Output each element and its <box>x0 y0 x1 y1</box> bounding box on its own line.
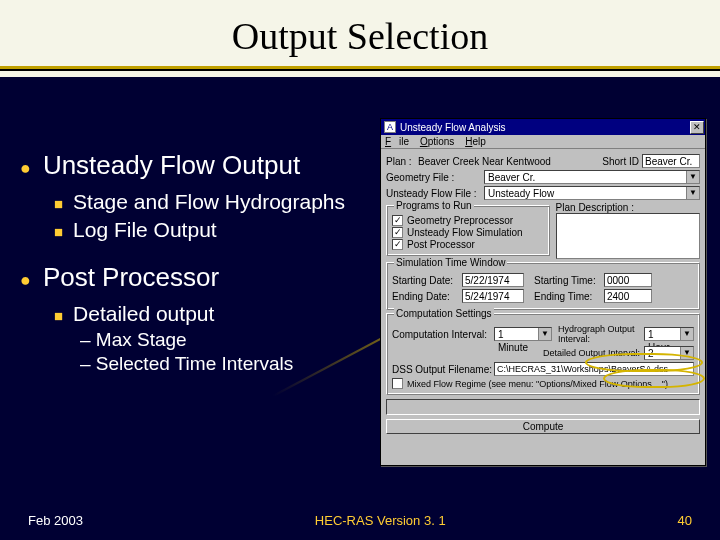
end-date-input[interactable]: 5/24/1974 <box>462 289 524 303</box>
close-button[interactable]: ✕ <box>690 121 704 134</box>
subbullet-stage: ■ Stage and Flow Hydrographs <box>54 189 370 215</box>
flowfile-dropdown[interactable]: Unsteady Flow ▼ <box>484 186 700 200</box>
bullet-text: Detailed output <box>73 301 214 327</box>
end-time-input[interactable]: 2400 <box>604 289 652 303</box>
checkbox-geometry-preprocessor[interactable]: ✓Geometry Preprocessor <box>392 215 544 226</box>
chevron-down-icon[interactable]: ▼ <box>680 328 693 340</box>
time-window-group: Simulation Time Window Starting Date: 5/… <box>386 262 700 310</box>
compute-button[interactable]: Compute <box>386 419 700 434</box>
menu-options[interactable]: Options <box>420 136 454 147</box>
start-date-input[interactable]: 5/22/1974 <box>462 273 524 287</box>
menu-bar: File Options Help <box>381 135 705 149</box>
footer-date: Feb 2003 <box>28 513 83 528</box>
subsub-intervals: – Selected Time Intervals <box>80 353 370 375</box>
bullet-postprocessor: ● Post Processor <box>20 262 370 293</box>
start-time-input[interactable]: 0000 <box>604 273 652 287</box>
dialog-title: Unsteady Flow Analysis <box>400 122 690 133</box>
slide-body: ● Unsteady Flow Output ■ Stage and Flow … <box>20 132 370 377</box>
checkbox-post-processor[interactable]: ✓Post Processor <box>392 239 544 250</box>
plan-desc-field[interactable] <box>556 213 700 259</box>
chevron-down-icon[interactable]: ▼ <box>686 171 699 183</box>
hydro-interval-label: Hydrograph Output Interval: <box>558 324 644 344</box>
slide-footer: Feb 2003 HEC-RAS Version 3. 1 40 <box>0 513 720 528</box>
dss-input[interactable]: C:\HECRAS_31\Workshops\BeaverSA.dss <box>494 362 694 376</box>
plan-value: Beaver Creek Near Kentwood <box>418 156 599 167</box>
status-well <box>386 399 700 415</box>
chevron-down-icon[interactable]: ▼ <box>538 328 551 340</box>
checkbox-mixed-flow[interactable]: Mixed Flow Regime (see menu: "Options/Mi… <box>392 378 694 389</box>
dss-label: DSS Output Filename: <box>392 364 494 375</box>
hydro-interval-dropdown[interactable]: 1 Hour▼ <box>644 327 694 341</box>
comp-group-label: Computation Settings <box>394 308 494 319</box>
time-group-label: Simulation Time Window <box>394 257 507 268</box>
chevron-down-icon[interactable]: ▼ <box>686 187 699 199</box>
shortid-input[interactable]: Beaver Cr. <box>642 154 700 168</box>
slide-title: Output Selection <box>0 0 720 66</box>
footer-page: 40 <box>678 513 692 528</box>
detail-interval-label: Detailed Output Interval: <box>543 348 640 358</box>
flowfile-value: Unsteady Flow <box>485 187 686 199</box>
geometry-label: Geometry File : <box>386 172 484 183</box>
checkbox-unsteady-flow-sim[interactable]: ✓Unsteady Flow Simulation <box>392 227 544 238</box>
bullet-icon: ● <box>20 270 31 291</box>
bullet-text: Unsteady Flow Output <box>43 150 300 181</box>
end-time-label: Ending Time: <box>534 291 604 302</box>
app-icon: A <box>384 121 396 133</box>
bullet-icon: ● <box>20 158 31 179</box>
computation-group: Computation Settings Computation Interva… <box>386 313 700 395</box>
plan-desc-label: Plan Description : <box>556 202 700 213</box>
bullet-icon: ■ <box>54 195 63 214</box>
bullet-icon: ■ <box>54 223 63 242</box>
subbullet-log: ■ Log File Output <box>54 217 370 243</box>
bullet-text: Post Processor <box>43 262 219 293</box>
divider-cream <box>0 71 720 77</box>
comp-interval-label: Computation Interval: <box>392 329 494 340</box>
plan-label: Plan : <box>386 156 418 167</box>
comp-interval-dropdown[interactable]: 1 Minute▼ <box>494 327 552 341</box>
menu-file[interactable]: File <box>385 136 409 147</box>
programs-group-label: Programs to Run <box>394 200 474 211</box>
start-time-label: Starting Time: <box>534 275 604 286</box>
bullet-icon: ■ <box>54 307 63 326</box>
end-date-label: Ending Date: <box>392 291 462 302</box>
detail-interval-dropdown[interactable]: 2 Hour▼ <box>644 346 694 360</box>
shortid-label: Short ID <box>602 156 639 167</box>
bullet-unsteady: ● Unsteady Flow Output <box>20 150 370 181</box>
subbullet-detailed: ■ Detailed output <box>54 301 370 327</box>
programs-group: Programs to Run ✓Geometry Preprocessor ✓… <box>386 205 550 256</box>
plan-row: Plan : Beaver Creek Near Kentwood Short … <box>386 154 700 168</box>
unsteady-flow-analysis-dialog: A Unsteady Flow Analysis ✕ File Options … <box>380 118 706 466</box>
menu-help[interactable]: Help <box>465 136 486 147</box>
geometry-value: Beaver Cr. <box>485 171 686 183</box>
flowfile-label: Unsteady Flow File : <box>386 188 484 199</box>
chevron-down-icon[interactable]: ▼ <box>680 347 693 359</box>
subsub-maxstage: – Max Stage <box>80 329 370 351</box>
geometry-dropdown[interactable]: Beaver Cr. ▼ <box>484 170 700 184</box>
footer-center: HEC-RAS Version 3. 1 <box>315 513 446 528</box>
dialog-titlebar[interactable]: A Unsteady Flow Analysis ✕ <box>381 119 705 135</box>
start-date-label: Starting Date: <box>392 275 462 286</box>
bullet-text: Log File Output <box>73 217 217 243</box>
bullet-text: Stage and Flow Hydrographs <box>73 189 345 215</box>
